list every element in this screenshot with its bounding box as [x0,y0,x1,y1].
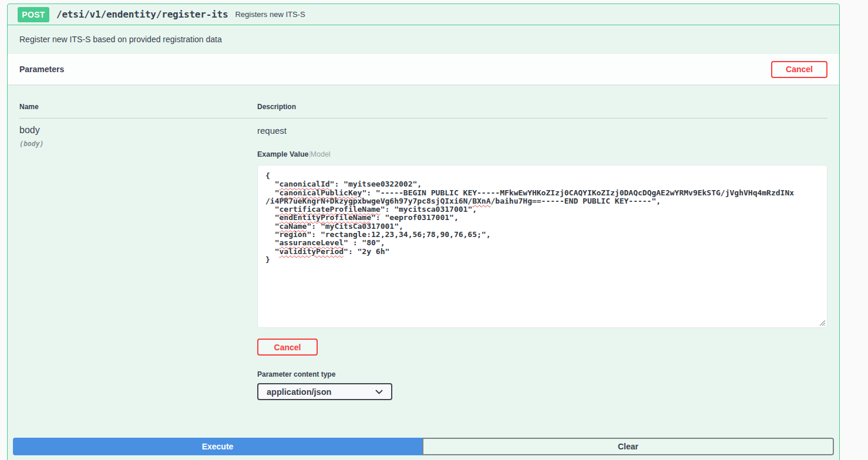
parameters-table-header: Name Description [19,96,827,119]
cancel-edit-button[interactable]: Cancel [257,339,318,356]
content-type-label: Parameter content type [257,370,827,378]
resize-grip-icon[interactable] [819,319,826,326]
endpoint-summary-bar[interactable]: POST /etsi/v1/endentity/register-its Reg… [8,4,839,25]
endpoint-summary: Registers new ITS-S [235,10,305,19]
tab-model[interactable]: Model [311,150,331,158]
post-endpoint-panel: POST /etsi/v1/endentity/register-its Reg… [7,4,840,460]
endpoint-path: /etsi/v1/endentity/register-its [56,9,228,20]
parameters-title: Parameters [19,65,64,74]
name-column-header: Name [19,103,257,111]
parameters-section-header: Parameters Cancel [8,54,839,84]
parameter-row: body (body) request Example Value Model … [19,119,827,400]
description-column-header: Description [257,103,827,111]
parameter-description-cell: request Example Value Model { "canonical… [257,125,827,400]
parameter-type: (body) [19,140,257,148]
cancel-operation-button[interactable]: Cancel [771,61,827,78]
chevron-down-icon [375,390,383,394]
body-editor[interactable]: { "canonicalId": "myitsee0322002", "cano… [257,165,827,328]
tab-divider [309,151,310,158]
http-method-badge: POST [18,7,49,22]
body-editor-text[interactable]: { "canonicalId": "myitsee0322002", "cano… [265,172,819,264]
execute-bar: Execute Clear [8,438,839,455]
execute-button[interactable]: Execute [13,438,422,455]
endpoint-description: Register new ITS-S based on provided reg… [8,25,839,54]
parameter-description: request [257,125,827,136]
parameters-table: Name Description body (body) request Exa… [8,84,839,400]
clear-button[interactable]: Clear [422,438,834,455]
content-type-value: application/json [267,387,331,397]
parameter-name: body [19,125,257,136]
parameter-name-cell: body (body) [19,125,257,400]
model-tabs: Example Value Model [257,150,827,158]
tab-example-value[interactable]: Example Value [257,150,309,158]
content-type-select[interactable]: application/json [257,383,392,400]
